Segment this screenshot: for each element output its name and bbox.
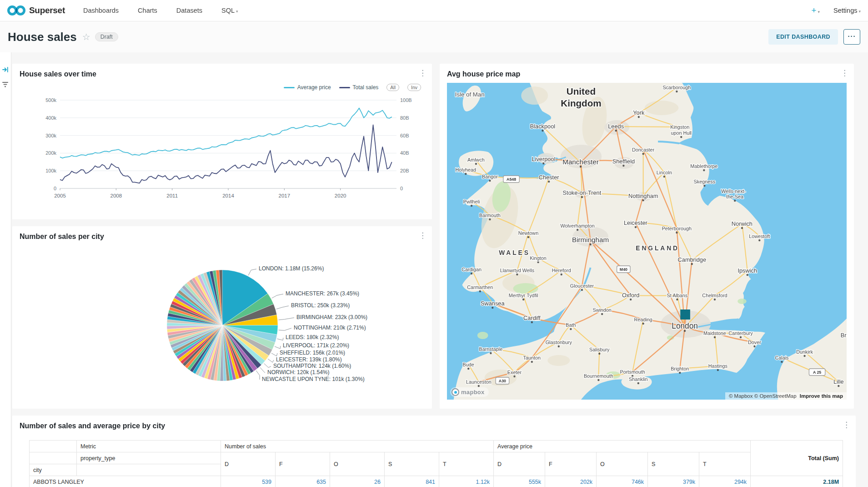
svg-text:300k: 300k bbox=[45, 133, 56, 138]
svg-text:Ipswich: Ipswich bbox=[738, 267, 757, 274]
total-cell: 2.18M bbox=[751, 476, 843, 487]
value-cell: 1.12k bbox=[439, 476, 494, 487]
mapbox-logo-icon bbox=[452, 388, 459, 396]
svg-text:WALES: WALES bbox=[499, 249, 530, 256]
svg-text:United: United bbox=[567, 86, 596, 96]
zoom-inverse-button[interactable]: Inv bbox=[407, 84, 421, 91]
improve-map-link[interactable]: Improve this map bbox=[800, 393, 843, 399]
svg-text:Brighton: Brighton bbox=[671, 366, 689, 371]
chart-card-house-sales-over-time: House sales over time ⋮ Average price To… bbox=[12, 64, 432, 219]
svg-text:Bath: Bath bbox=[566, 322, 576, 328]
chevron-down-icon: ▾ bbox=[818, 10, 820, 14]
nav-item-datasets[interactable]: Datasets bbox=[176, 7, 202, 14]
svg-text:Manchester: Manchester bbox=[562, 158, 599, 166]
edit-dashboard-button[interactable]: EDIT DASHBOARD bbox=[768, 29, 838, 45]
svg-text:Blackpool: Blackpool bbox=[530, 123, 555, 130]
mapbox-attribution-link[interactable]: © Mapbox bbox=[729, 393, 753, 399]
svg-text:Merthyr Tydfil: Merthyr Tydfil bbox=[509, 293, 538, 298]
infinity-logo-icon bbox=[7, 5, 25, 16]
new-item-button[interactable]: +▾ bbox=[811, 5, 820, 15]
svg-text:SHEFFIELD: 156k (2.01%): SHEFFIELD: 156k (2.01%) bbox=[280, 350, 345, 356]
svg-text:Hereford: Hereford bbox=[552, 268, 571, 273]
chart-title: Number of sales per city bbox=[20, 233, 425, 241]
svg-text:Lowestoft: Lowestoft bbox=[749, 233, 770, 239]
chart-kebab-menu-icon[interactable]: ⋮ bbox=[419, 69, 426, 77]
top-nav-bar: Superset Dashboards Charts Datasets SQL▾… bbox=[0, 0, 868, 21]
svg-text:Barmouth: Barmouth bbox=[479, 213, 501, 218]
svg-text:Bournemouth: Bournemouth bbox=[584, 373, 613, 379]
svg-text:100B: 100B bbox=[400, 97, 412, 103]
nav-item-sql[interactable]: SQL▾ bbox=[221, 7, 238, 14]
map-canvas[interactable]: Isle of ManUnitedKingdomScarboroughBlack… bbox=[447, 83, 847, 400]
svg-text:Br: Br bbox=[841, 332, 847, 339]
property-type-col-header: O bbox=[330, 452, 385, 476]
chart-kebab-menu-icon[interactable]: ⋮ bbox=[419, 232, 426, 239]
svg-text:Holyhead: Holyhead bbox=[455, 167, 476, 172]
svg-text:Leeds: Leeds bbox=[608, 123, 624, 130]
property-type-col-header: S bbox=[648, 452, 699, 476]
group-header-number-of-sales: Number of sales bbox=[221, 441, 494, 452]
svg-text:400k: 400k bbox=[45, 115, 56, 121]
legend-item-average-price[interactable]: Average price bbox=[284, 84, 331, 91]
brand-name: Superset bbox=[29, 5, 65, 15]
uk-map[interactable]: Isle of ManUnitedKingdomScarboroughBlack… bbox=[447, 83, 847, 400]
more-options-button[interactable]: ··· bbox=[843, 29, 860, 45]
property-type-col-header: D bbox=[221, 452, 276, 476]
svg-text:Launceston: Launceston bbox=[466, 379, 492, 385]
svg-text:Lincoln: Lincoln bbox=[657, 170, 672, 175]
city-header: city bbox=[30, 464, 77, 476]
filter-funnel-icon[interactable] bbox=[2, 81, 9, 88]
value-cell: 746k bbox=[597, 476, 648, 487]
favorite-star-icon[interactable]: ☆ bbox=[82, 31, 90, 42]
chart-legend: Average price Total sales All Inv bbox=[12, 78, 432, 92]
svg-text:Gloucester: Gloucester bbox=[570, 283, 594, 289]
filter-bar-collapsed bbox=[0, 52, 11, 487]
svg-text:LIVERPOOL: 171k (2.20%): LIVERPOOL: 171k (2.20%) bbox=[283, 342, 349, 349]
svg-text:NEWCASTLE UPON TYNE: 101k (1.3: NEWCASTLE UPON TYNE: 101k (1.30%) bbox=[262, 376, 365, 382]
page-title: House sales bbox=[8, 30, 77, 44]
property-type-col-header: F bbox=[545, 452, 597, 476]
time-series-chart[interactable]: 00100k20B200k40B300k60B400k80B500k100B20… bbox=[12, 92, 432, 222]
svg-text:Exeter: Exeter bbox=[507, 370, 522, 375]
svg-text:A 25: A 25 bbox=[813, 370, 821, 375]
svg-text:Salisbury: Salisbury bbox=[589, 347, 610, 352]
value-cell: 841 bbox=[385, 476, 439, 487]
table-header-cell bbox=[77, 464, 221, 476]
svg-text:Chester: Chester bbox=[539, 174, 559, 181]
osm-attribution-link[interactable]: © OpenStreetMap bbox=[754, 393, 797, 399]
nav-item-dashboards[interactable]: Dashboards bbox=[83, 7, 119, 14]
chart-card-avg-house-price-map: Avg house price map ⋮ Isle of ManUnitedK… bbox=[440, 64, 854, 409]
settings-menu[interactable]: Settings▾ bbox=[833, 7, 861, 14]
svg-text:Cardiff: Cardiff bbox=[523, 315, 541, 321]
svg-text:0: 0 bbox=[54, 186, 56, 191]
table-header-cell bbox=[30, 452, 77, 464]
draft-status-badge[interactable]: Draft bbox=[95, 32, 118, 41]
svg-text:2008: 2008 bbox=[110, 193, 122, 198]
svg-text:Mablethorpe: Mablethorpe bbox=[690, 163, 717, 169]
property-type-col-header: T bbox=[699, 452, 751, 476]
dashboard-canvas: House sales over time ⋮ Average price To… bbox=[0, 52, 868, 487]
svg-text:NORWICH: 120k (1.54%): NORWICH: 120k (1.54%) bbox=[267, 369, 329, 375]
legend-item-total-sales[interactable]: Total sales bbox=[339, 84, 379, 91]
chart-kebab-menu-icon[interactable]: ⋮ bbox=[843, 421, 850, 429]
svg-text:Chelmsford: Chelmsford bbox=[702, 293, 727, 298]
svg-text:Stoke-on-Trent: Stoke-on-Trent bbox=[563, 189, 602, 196]
superset-logo[interactable]: Superset bbox=[7, 5, 65, 16]
pivot-table-grid: MetricNumber of salesAverage priceTotal … bbox=[29, 440, 843, 487]
svg-text:60B: 60B bbox=[400, 133, 409, 138]
zoom-all-button[interactable]: All bbox=[386, 84, 399, 91]
svg-text:Isle of Man: Isle of Man bbox=[455, 91, 485, 98]
chevron-down-icon: ▾ bbox=[858, 9, 861, 14]
svg-text:SOUTHAMPTON: 124k (1.60%): SOUTHAMPTON: 124k (1.60%) bbox=[273, 363, 351, 369]
chart-kebab-menu-icon[interactable]: ⋮ bbox=[841, 69, 848, 77]
svg-text:Sheffield: Sheffield bbox=[612, 158, 635, 165]
total-sum-header: Total (Sum) bbox=[751, 441, 843, 476]
svg-text:Glastonbury: Glastonbury bbox=[546, 340, 572, 345]
city-cell: ABBOTS LANGLEY bbox=[30, 476, 221, 487]
mapbox-logo[interactable]: mapbox bbox=[450, 387, 489, 397]
svg-text:Taunton: Taunton bbox=[523, 355, 541, 360]
nav-item-charts[interactable]: Charts bbox=[138, 7, 157, 14]
pie-chart[interactable]: LONDON: 1.18M (15.26%)MANCHESTER: 267k (… bbox=[12, 226, 432, 409]
svg-text:London: London bbox=[672, 321, 697, 330]
expand-filter-bar-icon[interactable] bbox=[2, 66, 9, 73]
